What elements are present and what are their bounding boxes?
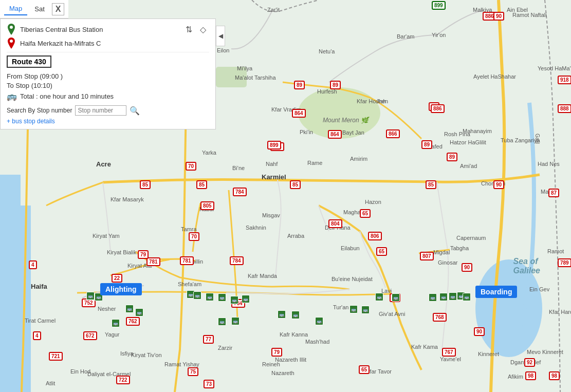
origin-text: Tiberias Central Bus Station — [20, 26, 178, 33]
stop-number-input[interactable] — [75, 105, 126, 116]
bus-stop-14[interactable]: 🚌 — [278, 310, 286, 319]
total-text: Total : one hour and 10 minutes — [20, 92, 114, 100]
bus-stop-25[interactable]: 🚌 — [463, 293, 471, 301]
bus-stop-3[interactable]: 🚌 — [125, 305, 134, 313]
route-badge: Route 430 — [7, 55, 51, 68]
bus-stop-8[interactable]: 🚌 — [206, 293, 214, 301]
to-stop-row: To Stop (10:10) — [7, 82, 209, 89]
bus-stop-19[interactable]: 🚌 — [375, 293, 383, 301]
map-tab[interactable]: Map — [4, 3, 27, 15]
destination-text: Haifa Merkazit ha-Mifrats C — [20, 40, 209, 47]
satellite-tab[interactable]: Sat — [29, 3, 50, 15]
destination-icon — [7, 38, 16, 49]
bus-stop-22[interactable]: 🚌 — [439, 293, 448, 301]
bus-stop-7[interactable]: 🚌 — [193, 291, 201, 300]
top-bar: Map Sat X — [0, 0, 68, 18]
total-row: 🚌 Total : one hour and 10 minutes — [7, 91, 209, 101]
from-stop-row: From Stop (09:00 ) — [7, 72, 209, 80]
origin-icon — [7, 24, 16, 35]
close-button[interactable]: X — [52, 3, 65, 15]
svg-point-3 — [298, 87, 380, 139]
boarding-label: Boarding — [475, 286, 517, 298]
bus-stop-13[interactable]: 🚌 — [218, 318, 226, 326]
bus-stop-21[interactable]: 🚌 — [429, 293, 437, 302]
panel-divider — [7, 52, 209, 52]
svg-point-5 — [10, 26, 13, 29]
bus-stop-23[interactable]: 🚌 — [449, 292, 457, 301]
bus-stop-4[interactable]: 🚌 — [135, 308, 143, 316]
bus-stop-17[interactable]: 🚌 — [349, 305, 358, 313]
bus-stop-1[interactable]: 🚌 — [86, 292, 95, 300]
bus-stop-18[interactable]: 🚌 — [361, 306, 370, 314]
destination-row: Haifa Merkazit ha-Mifrats C — [7, 38, 209, 49]
origin-row: Tiberias Central Bus Station ⇅ ◇ — [7, 23, 209, 35]
swap-button[interactable]: ⇅ — [182, 23, 195, 35]
svg-point-6 — [10, 40, 13, 43]
bus-icon: 🚌 — [7, 91, 17, 101]
clear-button[interactable]: ◇ — [197, 23, 209, 35]
icon-buttons: ⇅ ◇ — [182, 23, 209, 35]
map-container: Map Sat X Tiberias Central Bus Station ⇅… — [0, 0, 571, 392]
bus-stop-10[interactable]: 🚌 — [230, 296, 238, 304]
svg-rect-4 — [216, 67, 247, 87]
bus-stop-11[interactable]: 🚌 — [242, 295, 250, 303]
search-row: Search By Stop number 🔍 — [7, 105, 209, 116]
svg-rect-1 — [0, 175, 21, 226]
bus-stop-16[interactable]: 🚌 — [315, 317, 323, 325]
info-panel: Tiberias Central Bus Station ⇅ ◇ Haifa M… — [0, 18, 216, 129]
alighting-label: Alighting — [100, 283, 142, 295]
search-button[interactable]: 🔍 — [130, 106, 140, 116]
search-label: Search By Stop number — [7, 107, 72, 114]
bus-stop-5[interactable]: 🚌 — [112, 319, 120, 327]
bus-stop-20[interactable]: 🚌 — [392, 293, 400, 302]
collapse-panel-button[interactable]: ◀ — [216, 26, 225, 46]
bus-stop-15[interactable]: 🚌 — [291, 311, 300, 319]
bus-stop-9[interactable]: 🚌 — [218, 293, 226, 302]
bus-stop-12[interactable]: 🚌 — [231, 317, 240, 325]
details-link[interactable]: + bus stop details — [7, 118, 209, 125]
